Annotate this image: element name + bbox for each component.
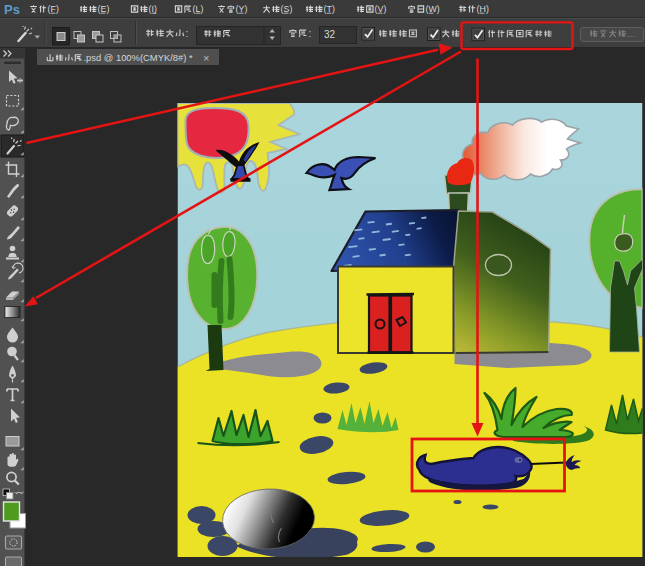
svg-text:(F): (F) bbox=[48, 4, 59, 14]
svg-text:(T): (T) bbox=[324, 4, 335, 14]
svg-text::: : bbox=[186, 28, 189, 39]
svg-text:(V): (V) bbox=[375, 4, 387, 14]
svg-text:.psd @ 100%(CMYK/8#) *: .psd @ 100%(CMYK/8#) * bbox=[84, 52, 193, 63]
svg-text:(L): (L) bbox=[193, 4, 204, 14]
svg-text:(I): (I) bbox=[149, 4, 157, 14]
svg-text:(Y): (Y) bbox=[236, 4, 248, 14]
svg-text:(S): (S) bbox=[281, 4, 293, 14]
svg-text:...: ... bbox=[627, 28, 635, 39]
svg-text:32: 32 bbox=[324, 29, 336, 40]
svg-text:(W): (W) bbox=[426, 4, 440, 14]
svg-text:(E): (E) bbox=[98, 4, 110, 14]
svg-text:Ps: Ps bbox=[4, 2, 20, 17]
svg-text::: : bbox=[309, 28, 312, 39]
svg-text:(H): (H) bbox=[477, 4, 489, 14]
svg-text:×: × bbox=[203, 52, 209, 64]
